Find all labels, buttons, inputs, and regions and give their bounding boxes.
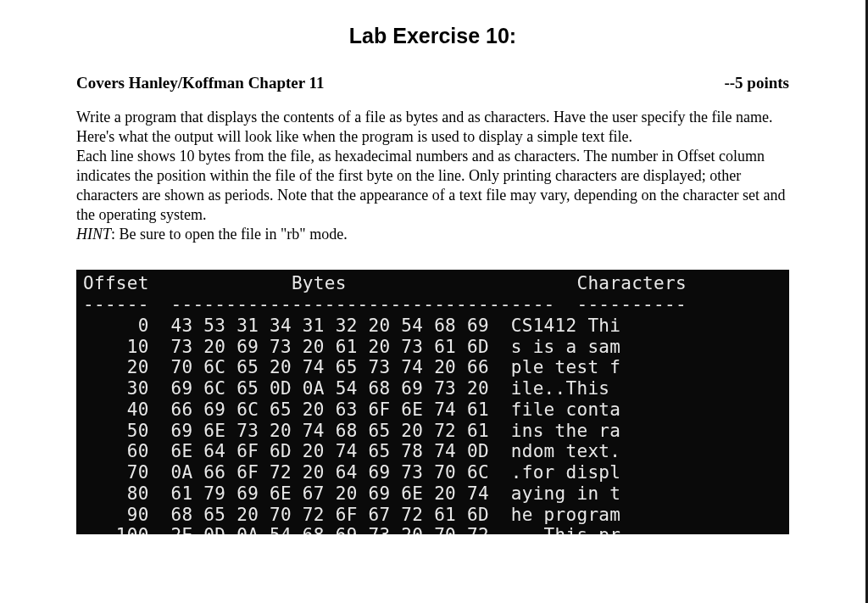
- terminal-data-row: 80 61 79 69 6E 67 20 69 6E 20 74 aying i…: [83, 483, 782, 505]
- instructions-paragraph: Write a program that displays the conten…: [76, 108, 789, 147]
- instructions-paragraph: Each line shows 10 bytes from the file, …: [76, 147, 789, 225]
- terminal-separator-row: ------ ---------------------------------…: [83, 294, 782, 315]
- terminal-output: Offset Bytes Characters------ ----------…: [76, 270, 789, 534]
- terminal-data-row: 0 43 53 31 34 31 32 20 54 68 69 CS1412 T…: [83, 315, 782, 337]
- hint-line: HINT: Be sure to open the file in "rb" m…: [76, 225, 789, 244]
- terminal-header-row: Offset Bytes Characters: [83, 273, 782, 294]
- terminal-data-row: 40 66 69 6C 65 20 63 6F 6E 74 61 file co…: [83, 399, 782, 421]
- chapter-coverage: Covers Hanley/Koffman Chapter 11: [76, 74, 325, 92]
- document-page: Lab Exercise 10: Covers Hanley/Koffman C…: [0, 0, 868, 603]
- page-title: Lab Exercise 10:: [76, 24, 789, 48]
- subheading-row: Covers Hanley/Koffman Chapter 11 --5 poi…: [76, 74, 789, 92]
- hint-label: HINT: [76, 226, 111, 243]
- instructions-block: Write a program that displays the conten…: [76, 108, 789, 244]
- terminal-data-row: 100 2E 0D 0A 54 68 69 73 20 70 72 . This…: [83, 525, 782, 534]
- points-label: --5 points: [724, 74, 789, 92]
- hint-text: : Be sure to open the file in "rb" mode.: [111, 226, 348, 243]
- terminal-data-row: 60 6E 64 6F 6D 20 74 65 78 74 0D ndom te…: [83, 441, 782, 462]
- terminal-data-row: 50 69 6E 73 20 74 68 65 20 72 61 ins the…: [83, 421, 782, 442]
- terminal-data-row: 70 0A 66 6F 72 20 64 69 73 70 6C .for di…: [83, 462, 782, 483]
- terminal-data-row: 20 70 6C 65 20 74 65 73 74 20 66 ple tes…: [83, 357, 782, 378]
- terminal-data-row: 90 68 65 20 70 72 6F 67 72 61 6D he prog…: [83, 505, 782, 526]
- terminal-data-row: 30 69 6C 65 0D 0A 54 68 69 73 20 ile..Th…: [83, 378, 782, 399]
- terminal-data-row: 10 73 20 69 73 20 61 20 73 61 6D s is a …: [83, 337, 782, 358]
